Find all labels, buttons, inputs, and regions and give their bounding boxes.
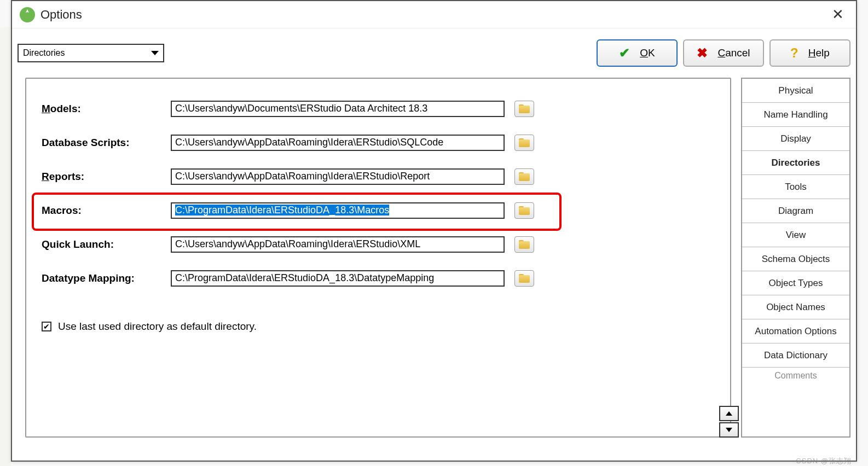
tab-name-handling[interactable]: Name Handling <box>742 103 849 127</box>
cancel-icon: ✖ <box>697 45 708 61</box>
browse-button-reports[interactable] <box>514 168 534 185</box>
tab-data-dictionary[interactable]: Data Dictionary <box>742 343 849 368</box>
dir-label-models: Models: <box>42 103 171 115</box>
folder-icon <box>519 138 530 147</box>
dir-row-datatype: Datatype Mapping:C:\ProgramData\Idera\ER… <box>42 269 715 288</box>
browse-button-macros[interactable] <box>514 202 534 219</box>
close-button[interactable]: ✕ <box>828 6 848 23</box>
category-dropdown[interactable]: Directories <box>18 44 164 62</box>
browse-button-datatype[interactable] <box>514 270 534 287</box>
dir-label-datatype: Datatype Mapping: <box>42 272 171 284</box>
default-dir-checkbox[interactable]: ✔ <box>42 322 51 331</box>
tab-tools[interactable]: Tools <box>742 175 849 199</box>
watermark: CSDN @张志翔 <box>796 456 852 466</box>
spinner-up-button[interactable] <box>719 406 739 421</box>
window-title: Options <box>40 8 828 22</box>
folder-icon <box>519 206 530 215</box>
tab-object-names[interactable]: Object Names <box>742 295 849 319</box>
tab-schema-objects[interactable]: Schema Objects <box>742 247 849 271</box>
help-button[interactable]: ? Help <box>769 39 850 67</box>
dir-input-models[interactable]: C:\Users\andyw\Documents\ERStudio Data A… <box>171 101 505 117</box>
arrow-up-icon <box>726 411 732 416</box>
background-left-margin <box>0 27 11 466</box>
tab-directories[interactable]: Directories <box>742 151 849 175</box>
checkmark-icon: ✔ <box>43 323 50 330</box>
tab-display[interactable]: Display <box>742 127 849 151</box>
dir-label-reports: Reports: <box>42 171 171 183</box>
cancel-label: Cancel <box>717 47 750 59</box>
tab-comments[interactable]: Comments <box>742 368 849 381</box>
dir-label-quicklaunch: Quick Launch: <box>42 238 171 251</box>
tab-physical[interactable]: Physical <box>742 79 849 103</box>
tab-diagram[interactable]: Diagram <box>742 199 849 223</box>
dir-row-dbscripts: Database Scripts:C:\Users\andyw\AppData\… <box>42 133 715 152</box>
dir-input-macros[interactable]: C:\ProgramData\Idera\ERStudioDA_18.3\Mac… <box>171 202 505 219</box>
help-label: Help <box>808 47 830 59</box>
default-dir-checkbox-row: ✔ Use last used directory as default dir… <box>26 321 730 333</box>
directories-group: Models:C:\Users\andyw\Documents\ERStudio… <box>25 78 731 438</box>
default-dir-label: Use last used directory as default direc… <box>58 321 257 333</box>
tab-automation-options[interactable]: Automation Options <box>742 319 849 343</box>
folder-icon <box>519 274 530 283</box>
folder-icon <box>519 172 530 181</box>
arrow-down-icon <box>726 428 732 432</box>
app-icon <box>20 7 35 22</box>
content-area: Models:C:\Users\andyw\Documents\ERStudio… <box>18 70 850 454</box>
dropdown-arrow-icon <box>151 51 159 55</box>
dir-input-datatype[interactable]: C:\ProgramData\Idera\ERStudioDA_18.3\Dat… <box>171 270 505 287</box>
folder-icon <box>519 240 530 249</box>
help-icon: ? <box>790 45 798 61</box>
tab-view[interactable]: View <box>742 223 849 247</box>
folder-icon <box>519 104 530 113</box>
spinner-down-button[interactable] <box>719 422 739 438</box>
title-bar: Options ✕ <box>12 1 856 28</box>
ok-label: OK <box>640 47 655 59</box>
dir-input-quicklaunch[interactable]: C:\Users\andyw\AppData\Roaming\Idera\ERS… <box>171 236 505 253</box>
form-rows: Models:C:\Users\andyw\Documents\ERStudio… <box>26 79 730 314</box>
category-tabs: PhysicalName HandlingDisplayDirectoriesT… <box>741 78 850 438</box>
dir-row-models: Models:C:\Users\andyw\Documents\ERStudio… <box>42 100 715 118</box>
browse-button-quicklaunch[interactable] <box>514 236 534 253</box>
dir-label-dbscripts: Database Scripts: <box>42 137 171 149</box>
tab-scroll-spinner <box>719 405 741 438</box>
dir-row-reports: Reports:C:\Users\andyw\AppData\Roaming\I… <box>42 167 715 186</box>
category-selected-value: Directories <box>23 48 65 58</box>
cancel-button[interactable]: ✖ Cancel <box>683 39 764 67</box>
dir-row-quicklaunch: Quick Launch:C:\Users\andyw\AppData\Roam… <box>42 235 715 254</box>
dir-input-dbscripts[interactable]: C:\Users\andyw\AppData\Roaming\Idera\ERS… <box>171 135 505 151</box>
tab-object-types[interactable]: Object Types <box>742 271 849 295</box>
toolbar: Directories ✔ OK ✖ Cancel ? Help <box>12 28 856 68</box>
options-dialog: Options ✕ Directories ✔ OK ✖ Cancel ? He… <box>11 0 857 462</box>
browse-button-models[interactable] <box>514 101 534 117</box>
dir-row-macros: Macros:C:\ProgramData\Idera\ERStudioDA_1… <box>42 201 715 220</box>
checkmark-icon: ✔ <box>619 45 630 61</box>
dir-label-macros: Macros: <box>42 205 171 217</box>
ok-button[interactable]: ✔ OK <box>597 39 678 67</box>
browse-button-dbscripts[interactable] <box>514 135 534 151</box>
dir-input-reports[interactable]: C:\Users\andyw\AppData\Roaming\Idera\ERS… <box>171 168 505 185</box>
